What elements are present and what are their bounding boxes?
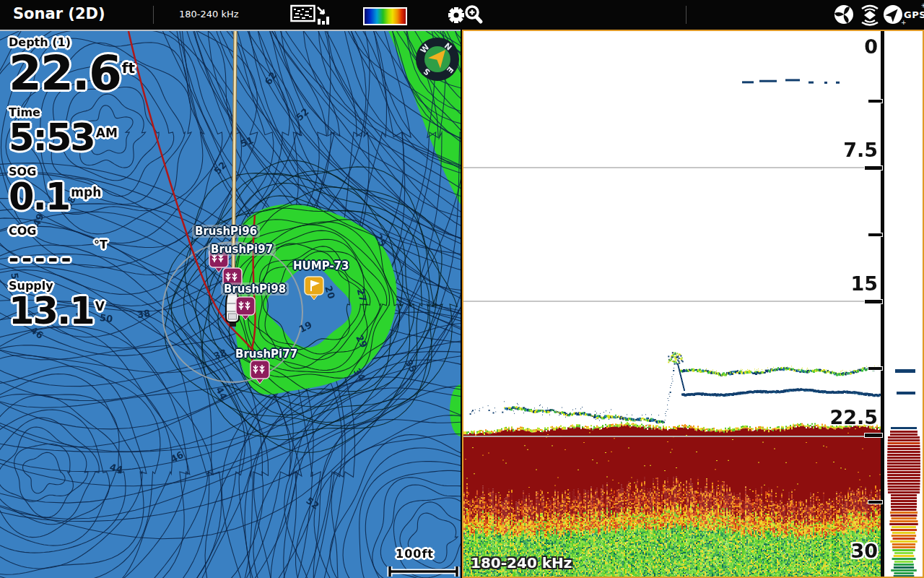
transducer-status-icon bbox=[859, 3, 881, 27]
compass-rose: NESW bbox=[416, 38, 459, 81]
gear-icon bbox=[448, 7, 464, 23]
divider bbox=[153, 6, 154, 24]
readout-cog: COG°T----- bbox=[9, 224, 135, 271]
readout-supply: Supply13.1V bbox=[9, 279, 135, 330]
sonar-color-palette[interactable] bbox=[363, 7, 407, 25]
readout-depth-1-: Depth (1)22.6ft bbox=[9, 35, 135, 98]
map-scale-label: 100ft bbox=[396, 547, 434, 561]
sonar-pane[interactable]: 07.51522.530 180-240 kHz bbox=[462, 30, 924, 578]
chart-pane[interactable]: NESW 62525152484950504338462527201929343… bbox=[0, 30, 461, 578]
waypoint-label-brushpi97[interactable]: BrushPi97 bbox=[208, 243, 276, 256]
digital-readouts: Depth (1)22.6ftTime5:53AMSOG0.1mphCOG°T-… bbox=[9, 35, 135, 338]
settings-zoom-icon[interactable] bbox=[446, 3, 484, 27]
waypoint-label-brushpi77[interactable]: BrushPi77 bbox=[235, 348, 297, 361]
gps-status-label: GPS bbox=[904, 9, 924, 20]
waypoint-label-hump-73[interactable]: HUMP-73 bbox=[293, 259, 349, 272]
divider bbox=[686, 6, 687, 24]
waypoint-label-brushpi96[interactable]: BrushPi96 bbox=[192, 225, 260, 238]
sonar-frequency-label: 180-240 kHz bbox=[471, 554, 572, 571]
zoom-icon bbox=[466, 7, 481, 22]
propeller-status-icon bbox=[833, 3, 855, 26]
waypoint-brushpi77[interactable] bbox=[250, 361, 269, 384]
waypoint-label-brushpi98[interactable]: BrushPi98 bbox=[221, 282, 289, 296]
top-status-bar: Sonar (2D) 180-240 kHz bbox=[0, 0, 924, 30]
screen-snapshot-icon[interactable] bbox=[290, 3, 332, 27]
readout-time: Time5:53AM bbox=[9, 105, 135, 157]
sonar-display[interactable] bbox=[463, 31, 923, 577]
contour-depth-label: 38 bbox=[136, 308, 151, 320]
view-title: Sonar (2D) bbox=[13, 5, 105, 22]
waypoint-flag-hump-73[interactable] bbox=[305, 277, 323, 300]
gps-satellite-icon: ✳ bbox=[921, 2, 924, 9]
frequency-display[interactable]: 180-240 kHz bbox=[179, 9, 239, 20]
gps-fix-icon: + bbox=[901, 19, 907, 26]
readout-sog: SOG0.1mph bbox=[9, 165, 135, 216]
map-scale-bar bbox=[390, 566, 457, 577]
